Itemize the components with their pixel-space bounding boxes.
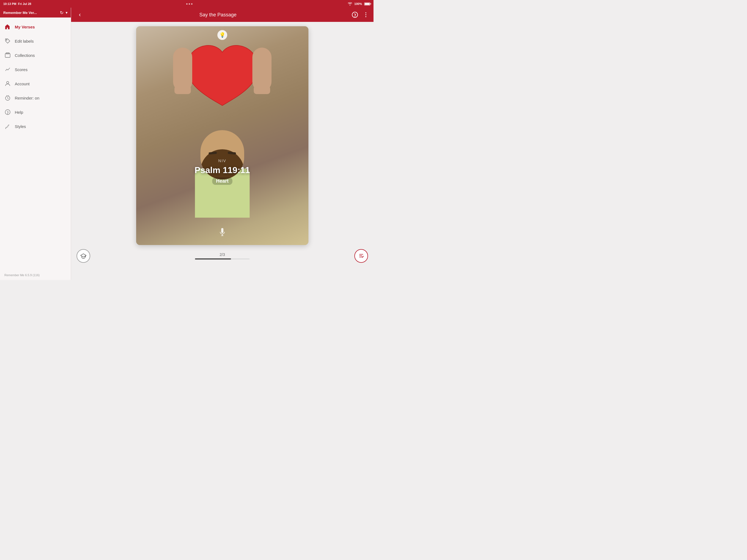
sidebar-item-my-verses[interactable]: My Verses <box>0 20 71 34</box>
page-indicator: 2/3 <box>220 252 225 257</box>
collections-label: Collections <box>15 53 35 58</box>
status-bar: 10:13 PM Fri Jul 28 100% <box>0 0 374 8</box>
svg-rect-1 <box>5 54 10 57</box>
page-title: Say the Passage <box>199 12 236 18</box>
app-header: ‹ Say the Passage <box>71 8 374 22</box>
verse-reference: Psalm 119:11 <box>195 165 250 175</box>
more-button[interactable] <box>363 11 369 18</box>
card-background: 💡 NIV Psalm 119:11 Heart <box>136 26 308 245</box>
my-verses-label: My Verses <box>15 25 35 29</box>
sidebar-item-scores[interactable]: Scores <box>0 62 71 77</box>
dropdown-icon[interactable]: ▾ <box>66 10 68 15</box>
svg-point-3 <box>6 81 9 84</box>
person-icon <box>4 80 11 87</box>
svg-rect-18 <box>221 228 223 233</box>
bottom-bar: 2/3 <box>71 245 374 267</box>
svg-rect-17 <box>254 86 270 94</box>
hands <box>165 34 280 97</box>
svg-point-11 <box>365 12 366 14</box>
styles-icon <box>4 123 11 130</box>
svg-line-6 <box>8 96 9 96</box>
hint-button[interactable]: 💡 <box>217 30 227 40</box>
sidebar-item-help[interactable]: Help <box>0 105 71 119</box>
status-right: 100% <box>348 2 370 5</box>
sidebar-app-name: Remember Me Ver... <box>3 11 58 15</box>
svg-rect-16 <box>252 48 272 91</box>
microphone-icon[interactable] <box>219 228 226 237</box>
home-icon <box>4 24 11 30</box>
svg-point-12 <box>365 14 366 15</box>
graduation-button[interactable] <box>77 249 90 263</box>
svg-rect-14 <box>173 48 192 91</box>
status-time-date: 10:13 PM Fri Jul 28 <box>3 2 31 5</box>
sidebar-version: Remember Me 6.5.9 (116) <box>0 270 71 280</box>
svg-rect-15 <box>175 86 191 94</box>
verse-text-overlay: NIV Psalm 119:11 Heart <box>136 159 308 185</box>
account-label: Account <box>15 81 29 86</box>
collection-icon <box>4 52 11 58</box>
svg-point-0 <box>6 40 7 41</box>
verse-card[interactable]: 💡 NIV Psalm 119:11 Heart <box>136 26 308 245</box>
styles-label: Styles <box>15 124 26 129</box>
header-actions <box>352 11 369 18</box>
svg-line-5 <box>6 96 7 96</box>
sidebar-item-account[interactable]: Account <box>0 77 71 91</box>
help-label: Help <box>15 110 23 114</box>
wifi-icon <box>348 2 352 5</box>
progress-bar-fill <box>195 258 231 259</box>
sidebar-item-collections[interactable]: Collections <box>0 48 71 62</box>
bottom-center: 2/3 <box>195 252 250 259</box>
sidebar-item-styles[interactable]: Styles <box>0 119 71 133</box>
svg-point-13 <box>365 16 366 17</box>
scores-label: Scores <box>15 67 28 72</box>
content-area: 💡 NIV Psalm 119:11 Heart <box>71 22 374 280</box>
status-dots <box>186 3 192 5</box>
sidebar-header: Remember Me Ver... ↻ ▾ <box>0 8 71 18</box>
question-icon <box>4 109 11 116</box>
sidebar-nav: My Verses Edit labels <box>0 18 71 270</box>
svg-rect-2 <box>6 53 9 54</box>
help-button[interactable] <box>352 11 358 18</box>
sidebar-item-edit-labels[interactable]: Edit labels <box>0 34 71 48</box>
sidebar: Remember Me Ver... ↻ ▾ My Verses <box>0 8 71 280</box>
tag-icon <box>4 38 11 44</box>
battery-percent: 100% <box>354 2 362 5</box>
verse-label: Heart <box>212 177 232 185</box>
progress-bar <box>195 258 250 259</box>
chart-icon <box>4 66 11 73</box>
battery-icon <box>364 2 370 5</box>
clock-icon <box>4 95 11 101</box>
verse-version: NIV <box>218 159 226 163</box>
edit-labels-label: Edit labels <box>15 39 34 44</box>
refresh-icon[interactable]: ↻ <box>60 10 63 15</box>
reminder-label: Reminder: on <box>15 96 40 100</box>
sidebar-item-reminder[interactable]: Reminder: on <box>0 91 71 105</box>
list-check-button[interactable] <box>354 249 368 263</box>
back-button[interactable]: ‹ <box>75 11 84 18</box>
